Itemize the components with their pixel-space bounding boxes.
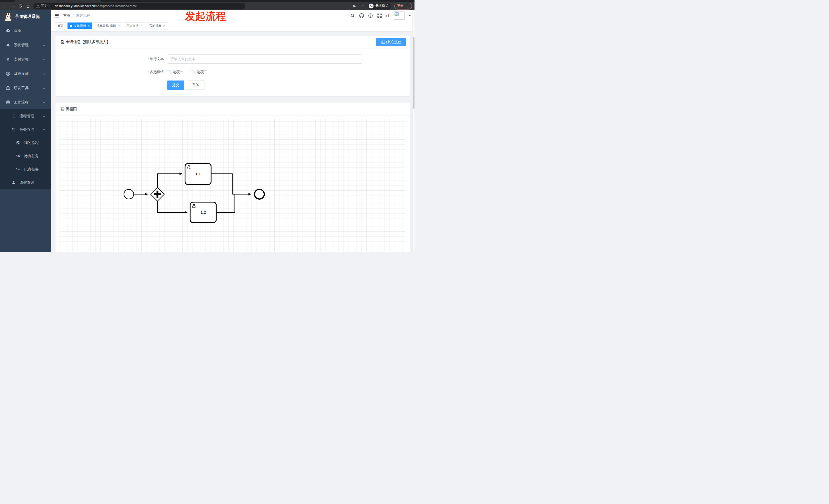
- warning-icon: [36, 5, 40, 8]
- sidebar-item-workflow[interactable]: 工作流程: [0, 95, 51, 109]
- sidebar-item-label: 系统管理: [14, 43, 29, 47]
- sidebar-item-system[interactable]: 系统管理: [0, 38, 51, 52]
- tab-process-form-edit[interactable]: 流程表单-编辑 ✕: [94, 23, 122, 29]
- sidebar-item-dev-tools[interactable]: 研发工具: [0, 81, 51, 95]
- sidebar-item-payment[interactable]: ¥ 支付管理: [0, 52, 51, 67]
- tab-my-process[interactable]: 我的流程 ✕: [147, 23, 168, 29]
- choose-other-process-button[interactable]: 选择其它流程: [376, 38, 406, 46]
- end-event-node[interactable]: [254, 189, 264, 199]
- update-label: 更新: [397, 4, 403, 8]
- page-scrollbar[interactable]: [412, 10, 414, 252]
- bpmn-canvas[interactable]: 1.1 1.2: [60, 119, 405, 252]
- sidebar-collapse-icon[interactable]: [55, 13, 60, 18]
- sidebar-item-my-process[interactable]: 我的流程: [0, 136, 51, 149]
- fullscreen-icon[interactable]: [377, 13, 382, 18]
- field-label-checkbox-group: *多选框组: [56, 70, 167, 74]
- card-title: 流程图: [66, 107, 77, 111]
- browser-menu-icon[interactable]: ⋮: [406, 4, 409, 8]
- sidebar-item-infrastructure[interactable]: 基础设施: [0, 67, 51, 81]
- sidebar-item-label: 工作流程: [14, 100, 29, 105]
- search-icon[interactable]: [350, 13, 355, 18]
- url-path: /bpm/process-instance/create: [95, 4, 137, 8]
- font-size-icon[interactable]: TT: [386, 13, 390, 18]
- avatar[interactable]: [394, 11, 404, 20]
- sidebar-item-label: 待办任务: [24, 154, 39, 158]
- flow-gateway-to-task-1-1: [157, 174, 182, 187]
- bookmark-star-icon[interactable]: ☆: [360, 4, 365, 8]
- sidebar-item-label: 支付管理: [14, 57, 29, 62]
- breadcrumb-separator: /: [73, 13, 74, 17]
- parallel-gateway-node[interactable]: [151, 187, 165, 201]
- home-icon[interactable]: [26, 4, 30, 8]
- incognito-label: 无痕模式: [375, 4, 388, 8]
- breadcrumb-home[interactable]: 首页: [63, 13, 70, 18]
- close-icon[interactable]: ✕: [117, 24, 120, 28]
- checkbox-option-1[interactable]: 选项一: [167, 70, 183, 74]
- single-line-text-input[interactable]: [167, 54, 362, 64]
- browser-tabstrip: [0, 0, 414, 2]
- checkbox-icon[interactable]: [167, 70, 171, 74]
- incognito-icon: [369, 4, 373, 8]
- security-warning[interactable]: 不安全: [36, 4, 50, 8]
- update-button[interactable]: 更新 ⋮: [394, 3, 412, 9]
- checkbox-option-2[interactable]: 选项二: [191, 70, 207, 74]
- user-icon: [11, 180, 16, 185]
- back-icon[interactable]: ←: [3, 4, 7, 8]
- chevron-down-icon: [43, 86, 45, 90]
- sidebar-item-label: 请假查询: [20, 180, 34, 185]
- monitor-icon: [6, 71, 10, 76]
- app-title: 芋道管理系统: [15, 14, 40, 20]
- page-content: 申请信息【测试多审批人】 选择其它流程 *单行文本 *多选框组 选项一: [51, 31, 414, 252]
- tab-home[interactable]: 首页: [55, 23, 66, 29]
- chevron-up-icon: [43, 100, 45, 104]
- sidebar-item-done-tasks[interactable]: 已办任务: [0, 162, 51, 176]
- briefcase-icon: [6, 100, 10, 105]
- help-icon[interactable]: ?: [368, 13, 373, 18]
- scrollbar-thumb[interactable]: [413, 37, 414, 109]
- sidebar-item-label: 流程管理: [20, 114, 34, 119]
- sidebar-item-todo-tasks[interactable]: 待办任务: [0, 149, 51, 162]
- card-title: 申请信息【测试多审批人】: [66, 40, 110, 44]
- github-icon[interactable]: [359, 13, 364, 18]
- user-task-node-1-2[interactable]: 1.2: [190, 202, 216, 223]
- robot-face-icon: [16, 140, 21, 145]
- close-icon[interactable]: ✕: [140, 24, 142, 28]
- avatar-dropdown-caret[interactable]: [408, 15, 411, 17]
- eye-closed-icon: [16, 167, 21, 171]
- svg-text:?: ?: [370, 14, 371, 17]
- sidebar-item-home[interactable]: 首页: [0, 24, 51, 38]
- sidebar-item-process-mgmt[interactable]: 流程管理: [0, 109, 51, 123]
- sidebar-item-task-mgmt[interactable]: 任务管理: [0, 123, 51, 136]
- address-bar[interactable]: 不安全 dashboard.yudao.iocoder.cn/bpm/proce…: [33, 3, 246, 9]
- sidebar-item-label: 基础设施: [14, 71, 29, 76]
- user-task-node-1-1[interactable]: 1.1: [185, 163, 211, 185]
- checkbox-icon[interactable]: [191, 70, 194, 74]
- close-icon[interactable]: ✕: [87, 24, 90, 28]
- start-event-node[interactable]: [124, 189, 134, 199]
- chevron-down-icon: [43, 57, 45, 61]
- sidebar: 芋道管理系统 首页 系统管理 ¥ 支付管理: [0, 10, 51, 252]
- chevron-down-icon: [43, 114, 45, 118]
- sidebar-item-leave-query[interactable]: 请假查询: [0, 176, 51, 189]
- logo-row[interactable]: 芋道管理系统: [0, 10, 51, 23]
- forward-icon[interactable]: →: [10, 4, 15, 8]
- tab-label: 已办任务: [126, 24, 139, 28]
- submit-button[interactable]: 提交: [167, 80, 184, 90]
- checkbox-group: 选项一 选项二: [167, 70, 207, 74]
- process-form: *单行文本 *多选框组 选项一 选项二: [56, 49, 410, 96]
- field-label-text: *单行文本: [56, 57, 167, 61]
- close-icon[interactable]: ✕: [163, 24, 166, 28]
- tab-done-tasks[interactable]: 已办任务 ✕: [124, 23, 145, 29]
- tab-label: 流程表单-编辑: [97, 24, 116, 28]
- task-label: 1.2: [201, 210, 206, 215]
- required-asterisk: *: [148, 57, 149, 61]
- sidebar-item-label: 研发工具: [14, 86, 29, 90]
- sidebar-item-label: 首页: [14, 28, 21, 33]
- browser-tab[interactable]: [14, 0, 101, 2]
- bpmn-diagram: 1.1 1.2: [60, 119, 405, 252]
- key-icon[interactable]: [352, 4, 357, 8]
- tab-start-process[interactable]: 发起流程 ✕: [68, 23, 92, 29]
- reset-button[interactable]: 重置: [187, 80, 205, 90]
- dashboard-icon: [6, 28, 10, 33]
- reload-icon[interactable]: [18, 4, 23, 8]
